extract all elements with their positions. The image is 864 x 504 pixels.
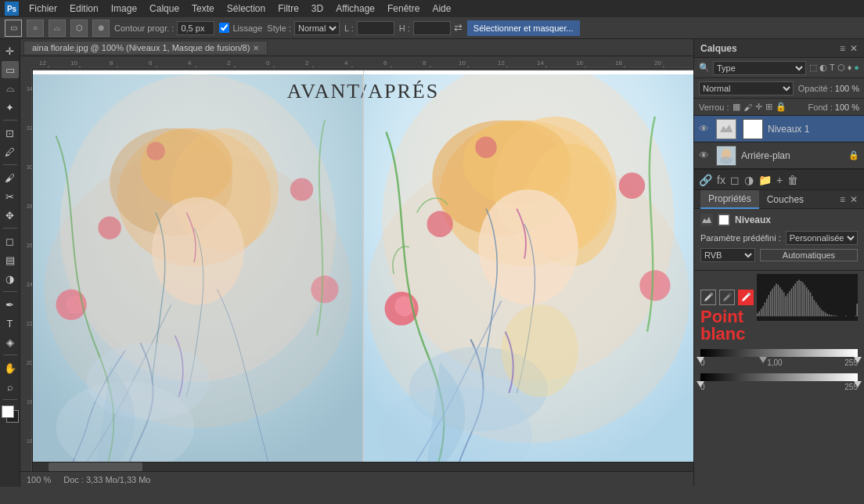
- tool-path[interactable]: ◈: [2, 333, 19, 351]
- eyedropper-gray-btn[interactable]: [719, 290, 735, 305]
- tool-select[interactable]: ▭: [2, 61, 19, 78]
- gradient-slider-bar[interactable]: [700, 349, 858, 357]
- blend-mode-select[interactable]: Normal: [699, 81, 794, 95]
- fill-value[interactable]: 100 %: [835, 103, 859, 112]
- preset-select[interactable]: Personnalisée: [786, 231, 858, 245]
- fg-bg-colors[interactable]: [2, 405, 19, 423]
- tool-lasso[interactable]: ⌓: [2, 80, 19, 97]
- select-mask-button[interactable]: Sélectionner et masquer...: [467, 20, 580, 36]
- eyedropper-white-btn[interactable]: [738, 290, 754, 305]
- tool-poly-btn[interactable]: ⬡: [70, 20, 88, 37]
- white-point-handle[interactable]: [854, 357, 862, 363]
- tool-lasso-btn[interactable]: ⌓: [49, 20, 66, 37]
- tool-heal[interactable]: ✥: [2, 207, 19, 224]
- menu-3d[interactable]: 3D: [306, 2, 329, 16]
- output-gradient-bar[interactable]: [700, 373, 858, 381]
- tool-eyedropper[interactable]: 🖊: [2, 143, 19, 160]
- lock-position-icon[interactable]: ✛: [755, 102, 762, 112]
- black-point-handle[interactable]: [697, 357, 704, 363]
- channel-select[interactable]: RVB: [700, 248, 755, 262]
- h-input[interactable]: [413, 21, 451, 35]
- tool-gradient[interactable]: ▤: [2, 251, 19, 268]
- mid-point-handle[interactable]: [759, 357, 767, 363]
- new-group-btn[interactable]: 📁: [758, 174, 772, 186]
- tool-brush[interactable]: 🖌: [2, 169, 19, 186]
- menu-affichage[interactable]: Affichage: [330, 2, 380, 16]
- opacity-label: Opacité :: [798, 84, 833, 93]
- contour-input[interactable]: [177, 21, 214, 35]
- tool-stamp[interactable]: ✂: [2, 188, 19, 205]
- layer-eye-niveaux[interactable]: 👁: [699, 123, 711, 135]
- auto-button[interactable]: Automatiques: [760, 249, 858, 261]
- panel-close-icon[interactable]: ✕: [850, 43, 858, 54]
- output-black-handle[interactable]: [697, 381, 704, 387]
- svg-point-60: [98, 216, 121, 239]
- props-menu-icon[interactable]: ≡: [840, 194, 845, 205]
- tool-dodge[interactable]: ◑: [2, 270, 19, 287]
- menu-image[interactable]: Image: [106, 2, 142, 16]
- tab-close-icon[interactable]: ✕: [253, 44, 259, 52]
- add-mask-btn[interactable]: ◻: [730, 174, 740, 186]
- props-close-icon[interactable]: ✕: [850, 194, 858, 205]
- filter-pixel-icon[interactable]: ⬚: [809, 63, 817, 73]
- blanc-text: blanc: [700, 324, 745, 344]
- link-layers-btn[interactable]: 🔗: [699, 174, 712, 186]
- tool-move[interactable]: ✛: [2, 42, 19, 59]
- layer-row-arriere[interactable]: 👁 Arriére-plan 🔒: [694, 142, 864, 169]
- style-select[interactable]: Normal: [294, 21, 340, 35]
- menu-fichier[interactable]: Fichier: [23, 2, 63, 16]
- canvas-content[interactable]: AVANT/APRÉS: [33, 69, 693, 487]
- preset-row: Paramètre prédéfini : Personnalisée: [700, 231, 858, 245]
- lock-artboard-icon[interactable]: ⊞: [765, 102, 772, 112]
- tool-ellipse-btn[interactable]: ○: [27, 20, 44, 37]
- tool-rect-btn[interactable]: ▭: [5, 20, 22, 37]
- lock-all-icon[interactable]: 🔒: [776, 102, 787, 112]
- panel-menu-icon[interactable]: ≡: [840, 43, 845, 54]
- menu-aide[interactable]: Aide: [427, 2, 456, 16]
- filter-shape-icon[interactable]: ⬡: [837, 63, 845, 73]
- swap-icon[interactable]: ⇄: [454, 22, 463, 34]
- props-tab-proprietes[interactable]: Propriétés: [700, 190, 759, 209]
- layers-bottom: 🔗 fx ◻ ◑ 📁 + 🗑: [694, 169, 864, 189]
- menu-selection[interactable]: Sélection: [221, 2, 271, 16]
- tool-hand[interactable]: ✋: [2, 359, 19, 376]
- lissage-checkbox[interactable]: [219, 23, 229, 33]
- layer-eye-arriere[interactable]: 👁: [699, 149, 711, 161]
- tool-new-sel-btn[interactable]: ⊕: [92, 20, 110, 37]
- tool-zoom[interactable]: ⌕: [2, 378, 19, 395]
- lock-image-icon[interactable]: 🖌: [743, 103, 752, 112]
- props-tab-couches[interactable]: Couches: [759, 190, 812, 209]
- filter-text-icon[interactable]: T: [830, 63, 835, 73]
- tool-crop[interactable]: ⊡: [2, 124, 19, 142]
- canvas-image[interactable]: AVANT/APRÉS: [33, 70, 693, 485]
- layer-type-select[interactable]: Type: [713, 61, 806, 75]
- h-scrollbar[interactable]: [33, 462, 693, 471]
- tool-wand[interactable]: ✦: [2, 99, 19, 116]
- add-adjustment-btn[interactable]: ◑: [744, 174, 754, 186]
- eyedropper-black-btn[interactable]: [700, 290, 716, 305]
- tool-pen[interactable]: ✒: [2, 296, 19, 313]
- tool-eraser[interactable]: ◻: [2, 232, 19, 250]
- l-input[interactable]: [357, 21, 394, 35]
- menu-calque[interactable]: Calque: [144, 2, 185, 16]
- delete-layer-btn[interactable]: 🗑: [787, 174, 798, 186]
- mid-val[interactable]: 1,00: [767, 358, 782, 367]
- filter-adj-icon[interactable]: ◐: [819, 63, 827, 73]
- menu-filtre[interactable]: Filtre: [272, 2, 304, 16]
- lock-transparent-icon[interactable]: ▦: [733, 102, 740, 112]
- menu-edition[interactable]: Edition: [64, 2, 104, 16]
- scroll-thumb[interactable]: [49, 463, 142, 471]
- canvas-tab[interactable]: aina florale.jpg @ 100% (Niveaux 1, Masq…: [23, 41, 268, 54]
- filter-smart-icon[interactable]: ♦: [848, 63, 852, 73]
- menu-fenetre[interactable]: Fenêtre: [382, 2, 425, 16]
- output-white-handle[interactable]: [854, 381, 862, 387]
- new-layer-btn[interactable]: +: [776, 174, 783, 186]
- tool-text[interactable]: T: [2, 315, 19, 332]
- filter-toggle[interactable]: ●: [854, 63, 859, 73]
- lock-icons: ▦ 🖌 ✛ ⊞ 🔒: [733, 102, 787, 112]
- layer-row-niveaux[interactable]: 👁 Niveaux 1: [694, 116, 864, 142]
- menu-texte[interactable]: Texte: [186, 2, 220, 16]
- add-style-btn[interactable]: fx: [717, 174, 725, 186]
- opacity-value[interactable]: 100 %: [835, 84, 859, 93]
- fg-color[interactable]: [2, 405, 14, 418]
